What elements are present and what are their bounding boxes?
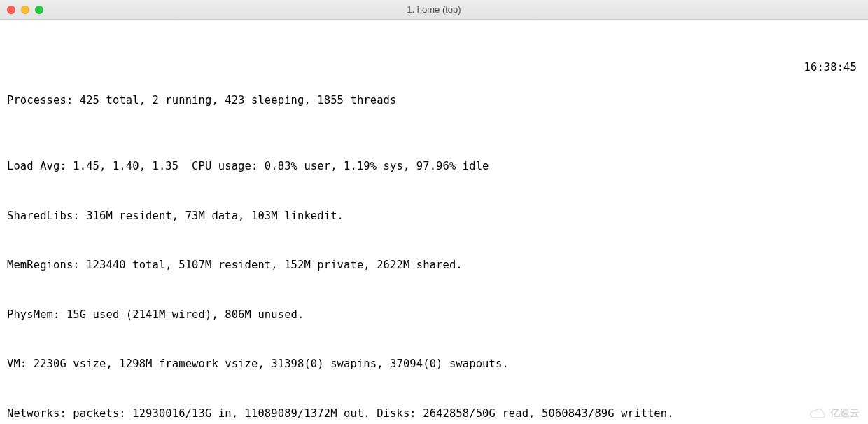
- memregions-line: MemRegions: 123440 total, 5107M resident…: [7, 257, 861, 274]
- physmem-line: PhysMem: 15G used (2141M wired), 806M un…: [7, 307, 861, 324]
- traffic-lights: [7, 6, 43, 14]
- clock: 16:38:45: [804, 60, 857, 76]
- watermark-text: 亿速云: [830, 407, 860, 420]
- networks-line: Networks: packets: 12930016/13G in, 1108…: [7, 406, 861, 423]
- minimize-icon[interactable]: [21, 6, 29, 14]
- terminal-content[interactable]: Processes: 425 total, 2 running, 423 sle…: [0, 20, 868, 424]
- processes-line: Processes: 425 total, 2 running, 423 sle…: [7, 93, 861, 109]
- sharedlibs-line: SharedLibs: 316M resident, 73M data, 103…: [7, 208, 861, 225]
- vm-line: VM: 2230G vsize, 1298M framework vsize, …: [7, 356, 861, 373]
- window-title: 1. home (top): [0, 4, 868, 15]
- window-titlebar: 1. home (top): [0, 0, 868, 20]
- close-icon[interactable]: [7, 6, 15, 14]
- load-cpu-line: Load Avg: 1.45, 1.40, 1.35 CPU usage: 0.…: [7, 158, 861, 175]
- watermark: 亿速云: [809, 407, 860, 420]
- zoom-icon[interactable]: [35, 6, 43, 14]
- cloud-icon: [809, 408, 827, 419]
